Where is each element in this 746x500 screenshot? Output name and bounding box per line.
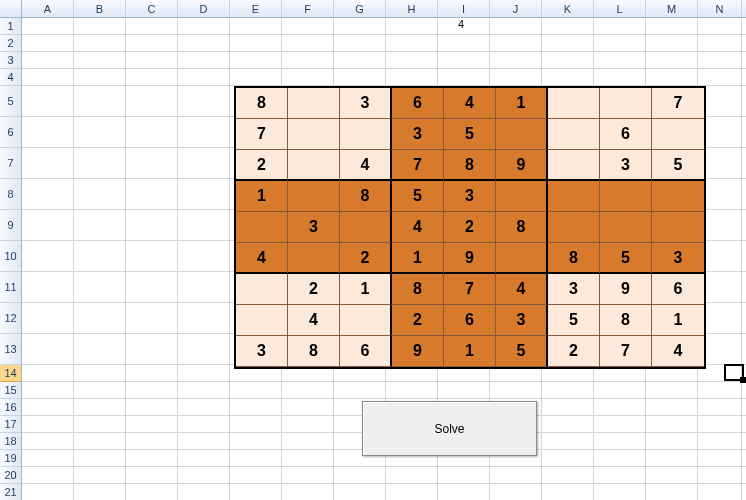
row-header-21[interactable]: 21 [0,484,21,500]
sudoku-cell-r2-c9[interactable] [652,119,704,150]
row-header-12[interactable]: 12 [0,303,21,334]
sudoku-cell-r4-c4[interactable]: 5 [392,181,444,212]
sudoku-cell-r2-c8[interactable]: 6 [600,119,652,150]
sudoku-cell-r3-c2[interactable] [288,150,340,181]
col-header-C[interactable]: C [126,0,178,17]
sudoku-cell-r1-c8[interactable] [600,88,652,119]
sudoku-cell-r8-c8[interactable]: 8 [600,305,652,336]
sudoku-cell-r6-c7[interactable]: 8 [548,243,600,274]
col-header-K[interactable]: K [542,0,594,17]
sudoku-cell-r3-c3[interactable]: 4 [340,150,392,181]
sudoku-cell-r1-c4[interactable]: 6 [392,88,444,119]
sudoku-cell-r7-c1[interactable] [236,274,288,305]
sudoku-cell-r3-c8[interactable]: 3 [600,150,652,181]
col-header-B[interactable]: B [74,0,126,17]
sudoku-cell-r4-c5[interactable]: 3 [444,181,496,212]
sudoku-cell-r3-c4[interactable]: 7 [392,150,444,181]
sudoku-cell-r2-c5[interactable]: 5 [444,119,496,150]
sudoku-cell-r1-c9[interactable]: 7 [652,88,704,119]
sudoku-cell-r9-c9[interactable]: 4 [652,336,704,367]
row-header-9[interactable]: 9 [0,210,21,241]
sudoku-cell-r5-c2[interactable]: 3 [288,212,340,243]
sudoku-cell-r7-c8[interactable]: 9 [600,274,652,305]
sudoku-cell-r4-c1[interactable]: 1 [236,181,288,212]
select-all-corner[interactable] [0,0,22,17]
sudoku-cell-r9-c4[interactable]: 9 [392,336,444,367]
row-header-20[interactable]: 20 [0,467,21,484]
row-header-16[interactable]: 16 [0,399,21,416]
col-header-L[interactable]: L [594,0,646,17]
row-header-5[interactable]: 5 [0,86,21,117]
row-header-10[interactable]: 10 [0,241,21,272]
sudoku-cell-r9-c3[interactable]: 6 [340,336,392,367]
sudoku-cell-r1-c7[interactable] [548,88,600,119]
sudoku-cell-r9-c2[interactable]: 8 [288,336,340,367]
sudoku-cell-r9-c8[interactable]: 7 [600,336,652,367]
sudoku-cell-r3-c1[interactable]: 2 [236,150,288,181]
sudoku-cell-r2-c4[interactable]: 3 [392,119,444,150]
sudoku-cell-r7-c9[interactable]: 6 [652,274,704,305]
col-header-A[interactable]: A [22,0,74,17]
sudoku-cell-r3-c9[interactable]: 5 [652,150,704,181]
sudoku-cell-r3-c6[interactable]: 9 [496,150,548,181]
row-header-1[interactable]: 1 [0,18,21,35]
sudoku-cell-r6-c8[interactable]: 5 [600,243,652,274]
sudoku-cell-r8-c6[interactable]: 3 [496,305,548,336]
row-header-2[interactable]: 2 [0,35,21,52]
sudoku-cell-r8-c5[interactable]: 6 [444,305,496,336]
sudoku-cell-r4-c7[interactable] [548,181,600,212]
sudoku-cell-r9-c6[interactable]: 5 [496,336,548,367]
col-header-D[interactable]: D [178,0,230,17]
sudoku-cell-r8-c3[interactable] [340,305,392,336]
row-header-3[interactable]: 3 [0,52,21,69]
sudoku-cell-r5-c6[interactable]: 8 [496,212,548,243]
sudoku-cell-r2-c2[interactable] [288,119,340,150]
sudoku-cell-r8-c9[interactable]: 1 [652,305,704,336]
sudoku-cell-r9-c5[interactable]: 1 [444,336,496,367]
row-header-6[interactable]: 6 [0,117,21,148]
col-header-H[interactable]: H [386,0,438,17]
solve-button[interactable]: Solve [362,401,537,456]
sudoku-cell-r4-c8[interactable] [600,181,652,212]
sudoku-cell-r7-c7[interactable]: 3 [548,274,600,305]
row-header-11[interactable]: 11 [0,272,21,303]
col-header-E[interactable]: E [230,0,282,17]
row-header-15[interactable]: 15 [0,382,21,399]
sudoku-cell-r8-c4[interactable]: 2 [392,305,444,336]
row-header-13[interactable]: 13 [0,334,21,365]
sudoku-cell-r4-c6[interactable] [496,181,548,212]
sudoku-cell-r5-c7[interactable] [548,212,600,243]
sudoku-cell-r5-c9[interactable] [652,212,704,243]
col-header-G[interactable]: G [334,0,386,17]
sudoku-cell-r5-c8[interactable] [600,212,652,243]
sudoku-cell-r7-c6[interactable]: 4 [496,274,548,305]
sudoku-cell-r1-c2[interactable] [288,88,340,119]
col-header-J[interactable]: J [490,0,542,17]
sudoku-cell-r5-c5[interactable]: 2 [444,212,496,243]
row-header-17[interactable]: 17 [0,416,21,433]
sudoku-cell-r3-c5[interactable]: 8 [444,150,496,181]
sudoku-cell-r4-c3[interactable]: 8 [340,181,392,212]
sudoku-cell-r1-c3[interactable]: 3 [340,88,392,119]
sudoku-cell-r1-c6[interactable]: 1 [496,88,548,119]
row-header-18[interactable]: 18 [0,433,21,450]
sudoku-cell-r6-c1[interactable]: 4 [236,243,288,274]
sudoku-cell-r5-c1[interactable] [236,212,288,243]
sudoku-cell-r4-c9[interactable] [652,181,704,212]
sudoku-cell-r6-c6[interactable] [496,243,548,274]
row-header-14[interactable]: 14 [0,365,21,382]
sudoku-cell-r5-c3[interactable] [340,212,392,243]
sudoku-cell-r2-c7[interactable] [548,119,600,150]
sudoku-cell-r4-c2[interactable] [288,181,340,212]
row-header-19[interactable]: 19 [0,450,21,467]
sudoku-cell-r8-c1[interactable] [236,305,288,336]
sudoku-cell-r1-c5[interactable]: 4 [444,88,496,119]
sudoku-cell-r6-c3[interactable]: 2 [340,243,392,274]
sudoku-cell-r1-c1[interactable]: 8 [236,88,288,119]
row-header-4[interactable]: 4 [0,69,21,86]
sudoku-cell-r2-c1[interactable]: 7 [236,119,288,150]
sudoku-cell-r8-c7[interactable]: 5 [548,305,600,336]
col-header-N[interactable]: N [698,0,742,17]
sudoku-cell-r8-c2[interactable]: 4 [288,305,340,336]
sudoku-cell-r6-c4[interactable]: 1 [392,243,444,274]
